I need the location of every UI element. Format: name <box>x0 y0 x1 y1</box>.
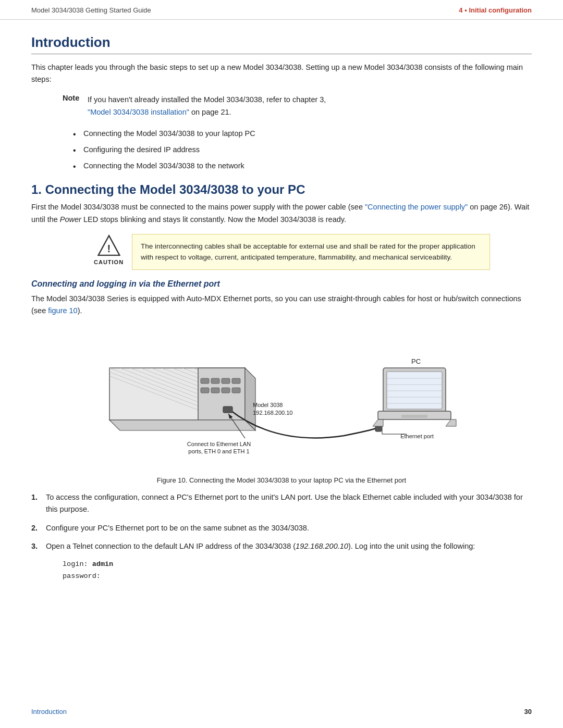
list-item: Connecting the Model 3034/3038 to the ne… <box>73 160 532 172</box>
section-title-introduction: Introduction <box>31 34 532 51</box>
footer-page-number: 30 <box>524 708 532 715</box>
subsection-body: The Model 3034/3038 Series is equipped w… <box>31 293 532 317</box>
header-chapter: Initial configuration <box>469 6 532 14</box>
list-item: Configuring the desired IP address <box>73 144 532 156</box>
section-divider <box>31 54 532 54</box>
code-block: login: admin password: <box>63 559 532 583</box>
chapter1-link[interactable]: "Connecting the power supply" <box>365 203 468 211</box>
svg-marker-44 <box>373 419 383 426</box>
svg-rect-20 <box>211 378 219 384</box>
svg-rect-22 <box>232 378 240 384</box>
svg-rect-43 <box>401 415 427 418</box>
chapter1-body: First the Model 3034/3038 must be connec… <box>31 201 532 225</box>
svg-rect-18 <box>198 368 245 420</box>
header-left-text: Model 3034/3038 Getting Started Guide <box>31 6 151 14</box>
step-3: 3. Open a Telnet connection to the defau… <box>31 540 532 552</box>
svg-rect-19 <box>201 378 209 384</box>
figure-caption: Figure 10. Connecting the Model 3034/303… <box>31 476 532 484</box>
chapter1-italic: Power <box>60 215 81 224</box>
footer-section-name: Introduction <box>31 708 67 715</box>
ip-label: 192.168.200.10 <box>253 410 292 416</box>
figure-link[interactable]: figure 10 <box>48 306 77 315</box>
svg-rect-26 <box>232 388 240 393</box>
svg-rect-24 <box>211 388 219 393</box>
code-login-bold: admin <box>92 560 114 568</box>
caution-icon-area: ! CAUTION <box>94 234 124 265</box>
subsection-text-content: The Model 3034/3038 Series is equipped w… <box>31 294 521 315</box>
step-1: 1. To access the configuration, connect … <box>31 491 532 515</box>
main-content: Introduction This chapter leads you thro… <box>0 34 563 606</box>
svg-text:Connect to Ethernet LAN: Connect to Ethernet LAN <box>187 441 251 447</box>
svg-marker-45 <box>446 419 456 426</box>
caution-label: CAUTION <box>94 259 124 265</box>
caution-triangle-icon: ! <box>96 234 122 257</box>
step-3-num: 3. <box>31 540 46 552</box>
step-3-text: Open a Telnet connection to the default … <box>46 540 475 552</box>
model-label: Model 3038 <box>253 402 283 408</box>
list-item: Connecting the Model 3034/3038 to your l… <box>73 128 532 140</box>
step-1-text: To access the configuration, connect a P… <box>46 491 532 515</box>
note-link-suffix: on page 21. <box>189 108 231 116</box>
step-2-num: 2. <box>31 522 46 534</box>
intro-paragraph: This chapter leads you through the basic… <box>31 61 532 85</box>
svg-rect-29 <box>223 406 232 413</box>
svg-text:PC: PC <box>411 357 421 365</box>
svg-rect-25 <box>222 388 230 393</box>
svg-text:!: ! <box>107 242 111 254</box>
chapter1-body-part2: LED stops blinking and stays lit constan… <box>81 215 346 224</box>
caution-text: The interconnecting cables shall be acce… <box>132 234 490 270</box>
page-header: Model 3034/3038 Getting Started Guide 4 … <box>0 0 563 20</box>
caution-box: ! CAUTION The interconnecting cables sha… <box>94 234 490 270</box>
code-login-normal: login: <box>63 560 92 568</box>
step-1-num: 1. <box>31 491 46 503</box>
note-text: If you haven't already installed the Mod… <box>88 94 326 118</box>
note-box: Note If you haven't already installed th… <box>63 94 500 118</box>
header-bullet: 4 <box>459 6 464 14</box>
header-right-text: 4 • Initial configuration <box>459 6 532 14</box>
page-footer: Introduction 30 <box>0 708 563 715</box>
step-2-text: Configure your PC's Ethernet port to be … <box>46 522 309 534</box>
chapter1-title: 1. Connecting the Model 3034/3038 to you… <box>31 182 532 197</box>
subsection-title: Connecting and logging in via the Ethern… <box>31 279 532 289</box>
code-line-2: password: <box>63 571 532 583</box>
step-2: 2. Configure your PC's Ethernet port to … <box>31 522 532 534</box>
svg-rect-23 <box>201 388 209 393</box>
code-line-1: login: admin <box>63 559 532 571</box>
note-label: Note <box>63 94 82 102</box>
steps-list: 1. To access the configuration, connect … <box>31 491 532 552</box>
svg-rect-21 <box>222 378 230 384</box>
note-link[interactable]: "Model 3034/3038 installation" <box>88 108 189 116</box>
bullet-list: Connecting the Model 3034/3038 to your l… <box>73 128 532 172</box>
svg-text:ports, ETH 0 and ETH 1: ports, ETH 0 and ETH 1 <box>188 448 249 454</box>
note-body: If you haven't already installed the Mod… <box>88 95 326 104</box>
figure-container: Model 3038 192.168.200.10 Connect to Eth… <box>31 326 532 484</box>
header-bullet-symbol: • <box>464 6 467 14</box>
figure-diagram: Model 3038 192.168.200.10 Connect to Eth… <box>94 326 469 472</box>
